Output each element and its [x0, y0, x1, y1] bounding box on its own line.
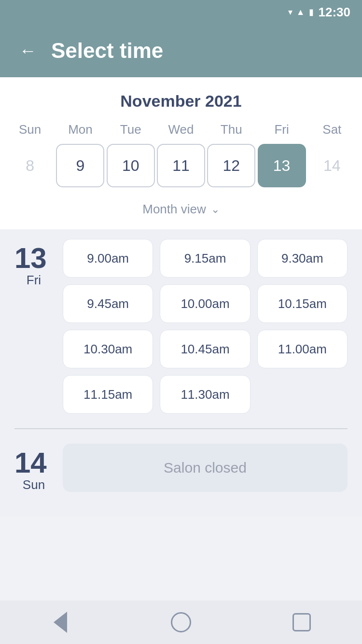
day-name-14: Sun	[14, 477, 53, 492]
day-number-13: 13	[14, 244, 53, 273]
day-block-14: 14 Sun Salon closed	[14, 444, 348, 492]
weekday-wed: Wed	[157, 122, 205, 137]
time-slot-915am[interactable]: 9.15am	[160, 239, 250, 278]
salon-closed-box: Salon closed	[63, 444, 348, 492]
back-triangle-icon	[54, 612, 67, 633]
date-14: 14	[308, 144, 356, 187]
day-block-13: 13 Fri 9.00am 9.15am 9.30am 9.45am 10.00…	[14, 239, 348, 414]
time-slot-1000am[interactable]: 10.00am	[160, 284, 250, 323]
weekday-tue: Tue	[107, 122, 155, 137]
weekday-mon: Mon	[56, 122, 104, 137]
status-icons: ▾ ▲ ▮	[288, 7, 314, 17]
bottom-nav	[0, 601, 362, 644]
nav-back-button[interactable]	[46, 608, 75, 637]
time-slot-1100am[interactable]: 11.00am	[257, 330, 348, 368]
date-8: 8	[6, 144, 54, 187]
time-slot-1115am[interactable]: 11.15am	[63, 375, 153, 414]
dates-row: 8 9 10 11 12 13 14	[0, 144, 362, 187]
page-title: Select time	[51, 39, 163, 63]
back-button[interactable]: ←	[19, 41, 37, 61]
recents-square-icon	[292, 613, 311, 631]
salon-closed-label: Salon closed	[164, 460, 247, 476]
time-slot-900am[interactable]: 9.00am	[63, 239, 153, 278]
weekday-fri: Fri	[258, 122, 306, 137]
month-label: November 2021	[0, 92, 362, 111]
time-section: 13 Fri 9.00am 9.15am 9.30am 9.45am 10.00…	[0, 229, 362, 517]
weekday-row: Sun Mon Tue Wed Thu Fri Sat	[0, 122, 362, 137]
calendar-section: November 2021 Sun Mon Tue Wed Thu Fri Sa…	[0, 77, 362, 229]
nav-home-button[interactable]	[167, 608, 195, 637]
date-10[interactable]: 10	[107, 144, 155, 187]
time-slot-1045am[interactable]: 10.45am	[160, 330, 250, 368]
time-slot-1030am[interactable]: 10.30am	[63, 330, 153, 368]
month-view-label: Month view	[142, 202, 206, 217]
date-13[interactable]: 13	[258, 144, 306, 187]
day-name-13: Fri	[14, 273, 53, 288]
status-bar: ▾ ▲ ▮ 12:30	[0, 0, 362, 24]
time-slot-930am[interactable]: 9.30am	[257, 239, 348, 278]
nav-recents-button[interactable]	[287, 608, 316, 637]
day-label-13: 13 Fri	[14, 239, 53, 288]
time-slot-945am[interactable]: 9.45am	[63, 284, 153, 323]
weekday-thu: Thu	[207, 122, 255, 137]
time-slot-1130am[interactable]: 11.30am	[160, 375, 250, 414]
day-label-14: 14 Sun	[14, 444, 53, 492]
weekday-sat: Sat	[308, 122, 356, 137]
section-divider	[14, 428, 348, 429]
date-12[interactable]: 12	[207, 144, 255, 187]
time-slot-1015am[interactable]: 10.15am	[257, 284, 348, 323]
battery-icon: ▮	[309, 7, 314, 17]
date-9[interactable]: 9	[56, 144, 104, 187]
time-slots-grid-13: 9.00am 9.15am 9.30am 9.45am 10.00am 10.1…	[63, 239, 348, 414]
weekday-sun: Sun	[6, 122, 54, 137]
home-circle-icon	[171, 612, 191, 632]
wifi-icon: ▾	[288, 7, 292, 17]
month-view-toggle[interactable]: Month view ⌄	[0, 197, 362, 220]
signal-icon: ▲	[296, 7, 305, 17]
status-time: 12:30	[319, 5, 351, 20]
day-number-14: 14	[14, 448, 53, 477]
header: ← Select time	[0, 24, 362, 77]
chevron-down-icon: ⌄	[211, 203, 220, 216]
date-11[interactable]: 11	[157, 144, 205, 187]
